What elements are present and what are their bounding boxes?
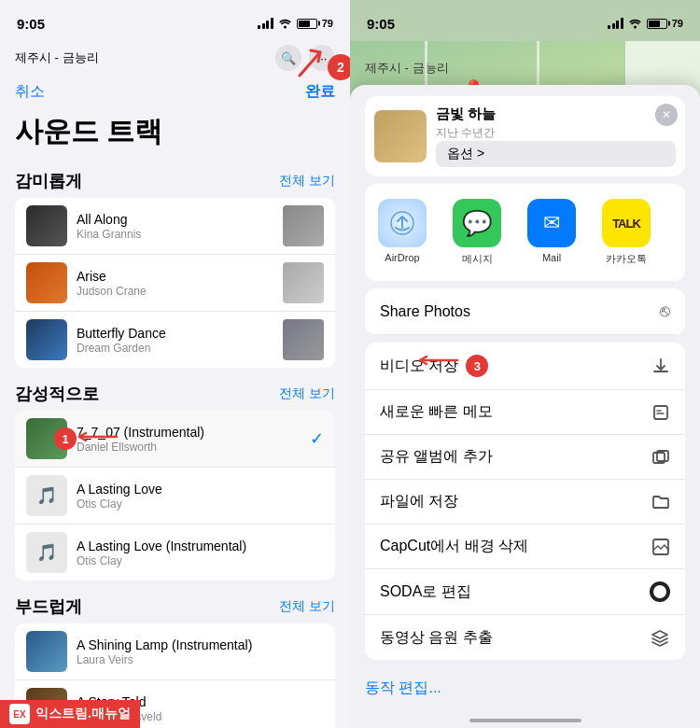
status-bar-left: 9:05 79: [0, 0, 350, 41]
album-icon: [651, 448, 670, 467]
action-save-video[interactable]: 비디오 저장 3: [365, 343, 685, 390]
mail-label: Mail: [542, 252, 561, 263]
song-preview-1: [283, 205, 324, 246]
song-preview-3: [283, 319, 324, 360]
section-title-2: 감성적으로: [15, 383, 99, 405]
nav-bar-left: 취소 완료 2: [0, 75, 350, 109]
action-section-2: 비디오 저장 3 새로운 빠른 메모: [365, 343, 685, 660]
folder-icon: [651, 493, 670, 511]
arrow-up-right: [290, 43, 328, 80]
song-name-7: A Shining Lamp (Instrumental): [77, 637, 324, 652]
badge-3: 3: [466, 355, 488, 377]
song-list-1: All Along Kina Grannis Arise Judson Cran…: [15, 198, 335, 368]
song-info-7: A Shining Lamp (Instrumental) Laura Veir…: [77, 637, 324, 666]
action-edit-label[interactable]: 동작 편집...: [365, 679, 441, 695]
action-soda[interactable]: SODA로 편집: [365, 569, 685, 615]
share-sheet: 금빛 하늘 지난 수년간 옵션 > ✕ AirDrop: [350, 85, 700, 728]
section-title-1: 감미롭게: [15, 170, 82, 192]
song-item-6[interactable]: 🎵 A Lasting Love (Instrumental) Otis Cla…: [15, 525, 335, 581]
action-save-file[interactable]: 파일에 저장: [365, 480, 685, 525]
app-kakao[interactable]: TALK 카카오톡: [589, 191, 664, 273]
close-button[interactable]: ✕: [655, 104, 678, 126]
svg-point-0: [284, 25, 287, 28]
location-text-left: 제주시 - 금능리: [15, 49, 99, 66]
song-name-3: Butterfly Dance: [77, 326, 275, 341]
time-right: 9:05: [367, 16, 395, 32]
song-item-1[interactable]: All Along Kina Grannis: [15, 198, 335, 255]
image-icon: [651, 538, 670, 556]
song-item-2[interactable]: Arise Judson Crane: [15, 255, 335, 312]
soda-label: SODA로 편집: [380, 582, 471, 602]
save-file-label: 파일에 저장: [380, 492, 458, 511]
svg-point-3: [634, 25, 637, 28]
song-artist-1: Kina Grannis: [77, 228, 275, 241]
section-header-1: 감미롭게 전체 보기: [0, 162, 350, 198]
signal-bars-left: [258, 18, 273, 29]
arrow-left-3: [415, 353, 462, 371]
section-more-2[interactable]: 전체 보기: [279, 385, 335, 402]
battery-left: [297, 19, 317, 29]
signal-bars-right: [608, 18, 623, 29]
memo-icon: [651, 403, 670, 422]
photo-info: 금빛 하늘 지난 수년간 옵션 >: [436, 105, 676, 167]
svg-rect-6: [654, 406, 667, 419]
message-label: 메시지: [462, 252, 493, 266]
photo-card: 금빛 하늘 지난 수년간 옵션 > ✕: [365, 96, 685, 176]
done-button[interactable]: 완료: [305, 83, 335, 99]
capcut-label: CapCut에서 배경 삭제: [380, 537, 528, 556]
extract-label: 동영상 음원 추출: [380, 628, 493, 648]
checkmark-4: ✓: [310, 428, 324, 449]
song-preview-2: [283, 262, 324, 303]
thumb-lamp: [26, 631, 67, 672]
page-title-left: 사운드 트랙: [0, 109, 350, 162]
thumb-butterfly: [26, 319, 67, 360]
song-item-5[interactable]: 🎵 A Lasting Love Otis Clay: [15, 468, 335, 525]
app-row: AirDrop 💬 메시지 ✉ Mail TALK 카카: [365, 184, 685, 281]
share-icon: ⎋: [660, 301, 670, 321]
photo-thumb: [374, 110, 427, 162]
action-quick-note[interactable]: 새로운 빠른 메모: [365, 390, 685, 435]
airdrop-label: AirDrop: [385, 252, 419, 263]
badge-2: 2: [328, 54, 350, 80]
share-photos-row[interactable]: Share Photos ⎋: [365, 288, 685, 335]
song-item-3[interactable]: Butterfly Dance Dream Garden: [15, 312, 335, 368]
cancel-button[interactable]: 취소: [15, 82, 45, 102]
thumb-arise: [26, 262, 67, 303]
section-header-3: 부드럽게 전체 보기: [0, 588, 350, 623]
song-name-5: A Lasting Love: [77, 482, 324, 497]
section-header-2: 감성적으로 전체 보기: [0, 375, 350, 411]
battery-pct-right: 79: [672, 18, 683, 29]
kakao-icon: TALK: [602, 199, 651, 247]
airdrop-icon: [378, 199, 427, 247]
status-icons-right: 79: [608, 18, 683, 29]
options-button[interactable]: 옵션 >: [436, 141, 676, 167]
share-photos-label: Share Photos: [380, 303, 470, 320]
badge-3-container: 3: [466, 355, 488, 377]
watermark-label: 익스트림.매뉴얼: [35, 706, 131, 722]
action-extract[interactable]: 동영상 음원 추출: [365, 615, 685, 660]
song-item-7[interactable]: A Shining Lamp (Instrumental) Laura Veir…: [15, 623, 335, 680]
arrow-left: [75, 429, 121, 448]
song-name-1: All Along: [77, 212, 275, 227]
song-artist-5: Otis Clay: [77, 497, 324, 511]
soda-icon: [650, 581, 670, 602]
section-more-3[interactable]: 전체 보기: [279, 598, 335, 615]
section-title-3: 부드럽게: [15, 595, 82, 618]
song-artist-6: Otis Clay: [77, 554, 324, 567]
battery-right: [647, 19, 667, 29]
app-messages[interactable]: 💬 메시지: [440, 191, 514, 273]
status-icons-left: 79: [258, 18, 333, 29]
song-info-1: All Along Kina Grannis: [77, 212, 275, 241]
action-add-album[interactable]: 공유 앨범에 추가: [365, 435, 685, 480]
app-airdrop[interactable]: AirDrop: [365, 191, 440, 273]
add-album-label: 공유 앨범에 추가: [380, 447, 493, 467]
song-item-4[interactable]: 7_7_07 (Instrumental) Daniel Ellsworth 1…: [15, 411, 335, 468]
action-section-1: Share Photos ⎋: [365, 288, 685, 335]
action-capcut[interactable]: CapCut에서 배경 삭제: [365, 525, 685, 569]
song-artist-2: Judson Crane: [77, 285, 275, 298]
section-more-1[interactable]: 전체 보기: [279, 173, 335, 189]
wifi-icon-right: [628, 19, 642, 29]
song-artist-7: Laura Veirs: [77, 653, 324, 666]
photo-subtitle: 지난 수년간: [436, 125, 676, 141]
app-mail[interactable]: ✉ Mail: [514, 191, 589, 273]
